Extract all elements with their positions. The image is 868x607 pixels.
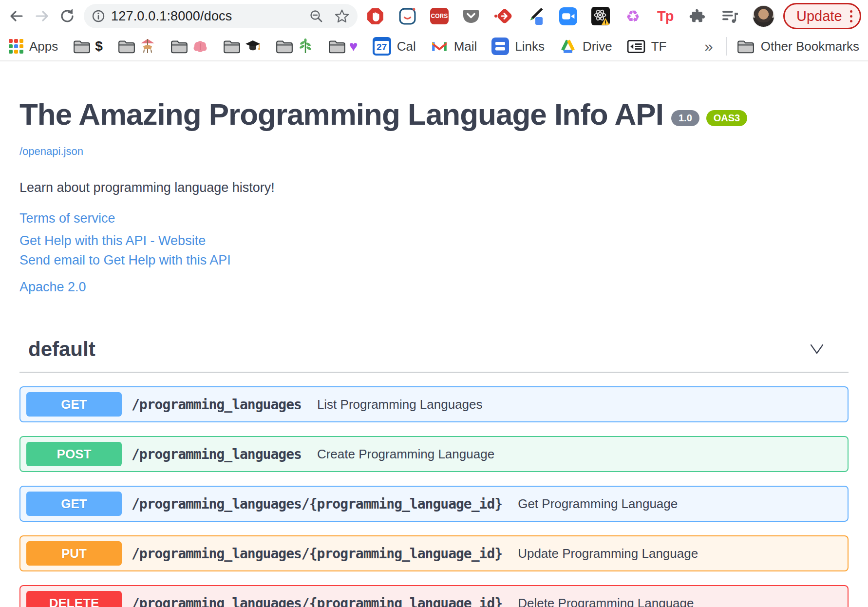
google-drive-icon — [559, 38, 577, 55]
browser-toolbar: 127.0.0.1:8000/docs CORS ♻ Tp — [0, 0, 868, 32]
profile-avatar[interactable] — [753, 5, 774, 27]
page-title: The Amazing Programming Language Info AP… — [19, 98, 663, 131]
version-badge: 1.0 — [671, 110, 699, 126]
pocket-extension-icon[interactable] — [461, 6, 481, 26]
back-arrow-icon — [8, 7, 25, 25]
gmail-icon — [431, 39, 448, 54]
purple-heart-icon: ♥ — [349, 39, 358, 54]
bookmarks-divider — [726, 37, 727, 56]
api-header: The Amazing Programming Language Info AP… — [19, 98, 849, 131]
bookmark-gmail[interactable]: Mail — [431, 39, 477, 54]
dollar-icon: $ — [95, 38, 103, 54]
chevron-down-icon[interactable] — [809, 343, 825, 356]
bookmark-drive[interactable]: Drive — [559, 38, 612, 55]
bookmark-links[interactable]: Links — [491, 38, 545, 55]
openapi-spec-link[interactable]: /openapi.json — [19, 145, 83, 158]
chrome-update-button[interactable]: Update — [783, 3, 861, 29]
bookmark-label: Apps — [29, 39, 58, 54]
endpoint-path: /programming_languages — [132, 397, 302, 413]
bookmark-label: TF — [651, 39, 667, 54]
cors-extension-icon[interactable]: CORS — [430, 8, 449, 24]
bookmark-folder-herb[interactable] — [275, 38, 313, 54]
contact-website-link[interactable]: Get Help with this API - Website — [19, 231, 849, 250]
zoom-camera-extension-icon[interactable] — [558, 6, 578, 26]
swagger-docs-page: The Amazing Programming Language Info AP… — [0, 98, 868, 607]
folder-icon — [736, 38, 755, 54]
eyedropper-extension-icon[interactable] — [526, 6, 546, 26]
address-bar[interactable]: 127.0.0.1:8000/docs — [84, 4, 358, 28]
other-bookmarks-label: Other Bookmarks — [761, 39, 859, 54]
endpoint-row-list-languages[interactable]: GET /programming_languages List Programm… — [19, 386, 849, 422]
reload-icon — [58, 7, 76, 25]
back-button[interactable] — [4, 3, 29, 29]
folder-icon — [73, 38, 91, 54]
bookmark-folder-carousel[interactable] — [117, 38, 155, 54]
endpoint-row-create-language[interactable]: POST /programming_languages Create Progr… — [19, 436, 849, 472]
bookmark-folder-brain[interactable] — [170, 38, 208, 54]
method-badge[interactable]: POST — [26, 442, 122, 466]
section-header[interactable]: default — [19, 338, 849, 373]
method-badge[interactable]: GET — [26, 492, 122, 516]
endpoint-summary: Update Programming Language — [518, 546, 698, 561]
folder-icon — [275, 38, 294, 54]
bookmark-tf[interactable]: TF — [627, 38, 667, 54]
license-link[interactable]: Apache 2.0 — [19, 280, 86, 295]
contact-links: Get Help with this API - Website Send em… — [19, 231, 849, 270]
endpoint-row-get-language[interactable]: GET /programming_languages/{programming_… — [19, 486, 849, 522]
herb-icon — [298, 38, 313, 54]
extensions-strip: CORS ♻ Tp — [362, 5, 777, 27]
folder-icon — [328, 38, 346, 54]
links-icon — [491, 38, 509, 55]
recycle-extension-icon[interactable]: ♻ — [623, 6, 642, 26]
bookmark-label: Mail — [454, 39, 477, 54]
url-text[interactable]: 127.0.0.1:8000/docs — [111, 9, 309, 24]
page-info-icon[interactable] — [92, 9, 105, 23]
bookmark-folder-graduation[interactable] — [223, 38, 261, 54]
update-label: Update — [796, 8, 842, 24]
bookmarks-overflow-chevron[interactable]: » — [704, 38, 713, 56]
bookmarks-bar: Apps $ ♥ 27 Cal Mail Links Drive — [0, 32, 868, 61]
forward-button[interactable] — [29, 3, 55, 29]
bookmark-apps[interactable]: Apps — [9, 39, 58, 54]
bookmark-star-icon[interactable] — [334, 8, 350, 24]
folder-icon — [117, 38, 136, 54]
api-description: Learn about programming language history… — [19, 180, 849, 195]
other-bookmarks[interactable]: Other Bookmarks — [736, 38, 859, 54]
bookmark-label: Cal — [397, 39, 416, 54]
method-badge[interactable]: DELETE — [26, 591, 122, 607]
playlist-extension-icon[interactable] — [720, 6, 739, 26]
bookmark-folder-dollar[interactable]: $ — [73, 38, 103, 54]
bookmark-folder-heart[interactable]: ♥ — [328, 38, 358, 54]
forward-arrow-icon — [33, 7, 51, 25]
section-title: default — [28, 338, 95, 361]
endpoint-summary: Delete Programming Language — [518, 596, 694, 607]
react-devtools-extension-icon[interactable] — [591, 6, 610, 26]
method-badge[interactable]: GET — [26, 392, 122, 417]
red-diamond-extension-icon[interactable] — [494, 6, 513, 26]
bookmark-calendar[interactable]: 27 Cal — [373, 37, 416, 56]
brain-icon — [192, 38, 208, 54]
toggl-extension-icon[interactable]: Tp — [656, 6, 675, 26]
endpoint-path: /programming_languages/{programming_lang… — [132, 595, 502, 607]
chrome-menu-kebab-icon[interactable] — [850, 10, 852, 22]
folder-icon — [170, 38, 189, 54]
endpoint-row-delete-language[interactable]: DELETE /programming_languages/{programmi… — [19, 585, 849, 607]
folder-icon — [223, 38, 241, 54]
terms-of-service-link[interactable]: Terms of service — [19, 211, 115, 226]
endpoint-path: /programming_languages/{programming_lang… — [132, 496, 502, 512]
google-calendar-icon: 27 — [373, 37, 391, 56]
method-badge[interactable]: PUT — [26, 541, 122, 566]
endpoint-row-update-language[interactable]: PUT /programming_languages/{programming_… — [19, 535, 849, 571]
contact-email-link[interactable]: Send email to Get Help with this API — [19, 250, 849, 270]
extensions-puzzle-icon[interactable] — [688, 6, 707, 26]
endpoint-summary: Get Programming Language — [518, 496, 678, 512]
zoom-level-icon[interactable] — [309, 9, 323, 23]
oas3-badge: OAS3 — [706, 110, 747, 126]
reload-button[interactable] — [55, 3, 80, 29]
adblock-extension-icon[interactable] — [365, 6, 385, 26]
endpoint-summary: Create Programming Language — [317, 447, 494, 462]
endpoint-path: /programming_languages/{programming_lang… — [132, 546, 502, 562]
endpoint-summary: List Programming Languages — [317, 397, 483, 412]
graduation-cap-icon — [245, 38, 261, 54]
chat-smile-extension-icon[interactable] — [397, 6, 417, 26]
